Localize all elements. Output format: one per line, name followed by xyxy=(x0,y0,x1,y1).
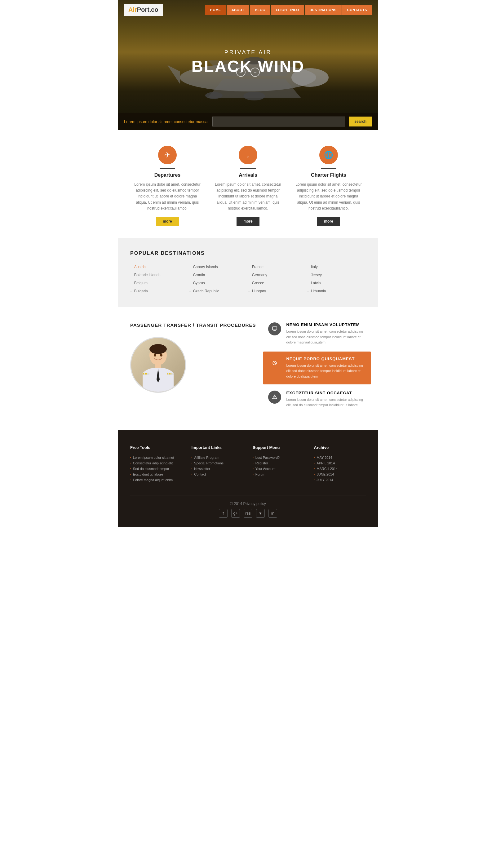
footer-bottom: © 2014 Privacy policy f g+ rss ♥ in xyxy=(130,495,366,518)
list-item[interactable]: Italy xyxy=(307,264,366,270)
search-button[interactable]: search xyxy=(349,117,372,126)
list-item[interactable]: Bulgaria xyxy=(130,288,189,294)
social-rss[interactable]: rss xyxy=(244,509,252,518)
list-item[interactable]: Newsletter xyxy=(191,466,244,471)
list-item[interactable]: APRIL 2014 xyxy=(314,460,366,466)
charter-title: Charter Flights xyxy=(294,172,363,178)
departures-title: Departures xyxy=(133,172,202,178)
list-item[interactable]: Consectetur adipiscing elit xyxy=(130,460,182,466)
transit-right-panel: NEMO ENIM IPSAM VOLUPTATEM Lorem ipsum d… xyxy=(268,322,366,414)
list-item[interactable]: MAY 2014 xyxy=(314,455,366,460)
svg-rect-18 xyxy=(169,373,170,374)
svg-marker-2 xyxy=(167,65,180,84)
copyright-text: © 2014 Privacy policy xyxy=(130,501,366,506)
search-label: Lorem ipsum dolor sit amet consectetur m… xyxy=(124,119,208,124)
destinations-title: POPULAR DESTINATIONS xyxy=(130,250,366,256)
nav-about[interactable]: ABOUT xyxy=(227,5,250,15)
list-item[interactable]: Hungary xyxy=(248,288,307,294)
list-item[interactable]: Cyprus xyxy=(189,280,248,286)
svg-rect-19 xyxy=(170,373,171,374)
social-facebook[interactable]: f xyxy=(219,509,228,518)
list-item[interactable]: Contact xyxy=(191,471,244,477)
list-item[interactable]: Jersey xyxy=(307,272,366,278)
transit-item-title-3: EXCEPTEUR SINT OCCAECAT xyxy=(286,391,366,395)
list-item[interactable]: Greece xyxy=(248,280,307,286)
nav-home[interactable]: HOME xyxy=(205,5,226,15)
svg-point-5 xyxy=(243,92,265,100)
list-item[interactable]: France xyxy=(248,264,307,270)
hero-next-btn[interactable]: → xyxy=(250,67,260,77)
list-item[interactable]: Eolore magna alquet enim xyxy=(130,477,182,483)
departures-divider xyxy=(160,168,175,169)
transit-icon-svg-1 xyxy=(272,326,277,332)
footer-inner: Free Tools Lorem ipsum dolor sit amet Co… xyxy=(130,445,366,518)
nav-contacts[interactable]: CONTACTS xyxy=(342,5,372,15)
footer-important-links-list: Affiliate Program Special Promotions New… xyxy=(191,455,244,477)
list-item[interactable]: Affiliate Program xyxy=(191,455,244,460)
list-item[interactable]: Czech Republic xyxy=(189,288,248,294)
list-item[interactable]: Lost Password? xyxy=(253,455,305,460)
hero-nav-arrows: ← → xyxy=(236,67,260,77)
social-links: f g+ rss ♥ in xyxy=(130,509,366,518)
arrivals-more-btn[interactable]: more xyxy=(236,217,259,226)
nav-destinations[interactable]: DESTINATIONS xyxy=(305,5,342,15)
list-item[interactable]: Sed do eiusmod tempor xyxy=(130,466,182,471)
list-item[interactable]: Balearic Islands xyxy=(130,272,189,278)
social-google[interactable]: g+ xyxy=(231,509,240,518)
svg-point-9 xyxy=(150,344,167,354)
list-item[interactable]: Lithuania xyxy=(307,288,366,294)
transit-left-panel: PASSENGER TRANSFER / TRANSIT PROCEDURES xyxy=(130,322,256,393)
transit-item-content-1: NEMO ENIM IPSAM VOLUPTATEM Lorem ipsum d… xyxy=(286,322,366,345)
footer-section: Free Tools Lorem ipsum dolor sit amet Co… xyxy=(118,430,378,527)
charter-more-btn[interactable]: more xyxy=(317,217,340,226)
footer-grid: Free Tools Lorem ipsum dolor sit amet Co… xyxy=(130,445,366,483)
destinations-section: POPULAR DESTINATIONS Austria Canary Isla… xyxy=(118,238,378,307)
list-item[interactable]: Special Promotions xyxy=(191,460,244,466)
list-item[interactable]: Your Account xyxy=(253,466,305,471)
list-item[interactable]: Lorem ipsum dolor sit amet xyxy=(130,455,182,460)
service-departures: ✈ Departures Lorem ipsum dolor sit amet,… xyxy=(133,146,202,226)
hero-prev-btn[interactable]: ← xyxy=(236,67,246,77)
list-item[interactable]: Register xyxy=(253,460,305,466)
destinations-grid: Austria Canary Islands France Italy Bale… xyxy=(130,264,366,294)
departures-more-btn[interactable]: more xyxy=(156,217,179,226)
footer-important-links-title: Important Links xyxy=(191,445,244,450)
list-item[interactable]: Austria xyxy=(130,264,189,270)
list-item[interactable]: Canary Islands xyxy=(189,264,248,270)
svg-rect-17 xyxy=(167,373,168,374)
transit-icon-2 xyxy=(268,356,281,370)
service-charter: 🌐 Charter Flights Lorem ipsum dolor sit … xyxy=(294,146,363,226)
list-item[interactable]: Croatia xyxy=(189,272,248,278)
arrivals-divider xyxy=(240,168,256,169)
charter-icon: 🌐 xyxy=(319,146,338,164)
arrivals-icon: ↓ xyxy=(239,146,257,164)
logo-air: Air xyxy=(128,6,137,13)
svg-rect-15 xyxy=(145,373,146,374)
social-linkedin[interactable]: in xyxy=(268,509,277,518)
transit-item-text-3: Lorem ipsum dolor sit amet, consectetur … xyxy=(286,397,366,408)
transit-section-title: PASSENGER TRANSFER / TRANSIT PROCEDURES xyxy=(130,322,256,328)
transit-section: PASSENGER TRANSFER / TRANSIT PROCEDURES xyxy=(118,307,378,430)
svg-rect-16 xyxy=(146,373,147,374)
list-item[interactable]: MARCH 2014 xyxy=(314,466,366,471)
transit-item-title-1: NEMO ENIM IPSAM VOLUPTATEM xyxy=(286,322,366,327)
list-item[interactable]: Eos:cidunt ut labore xyxy=(130,471,182,477)
search-input[interactable] xyxy=(212,117,345,126)
transit-icon-svg-2 xyxy=(272,360,277,366)
social-pinterest[interactable]: ♥ xyxy=(256,509,265,518)
list-item[interactable]: Latvia xyxy=(307,280,366,286)
nav-blog[interactable]: BLOG xyxy=(250,5,270,15)
list-item[interactable]: Belgium xyxy=(130,280,189,286)
footer-free-tools-list: Lorem ipsum dolor sit amet Consectetur a… xyxy=(130,455,182,483)
transit-item-1: NEMO ENIM IPSAM VOLUPTATEM Lorem ipsum d… xyxy=(268,322,366,345)
list-item[interactable]: Germany xyxy=(248,272,307,278)
list-item[interactable]: Forum xyxy=(253,471,305,477)
nav-flight-info[interactable]: FLIGHT INFO xyxy=(271,5,304,15)
list-item[interactable]: JULY 2014 xyxy=(314,477,366,483)
departures-text: Lorem ipsum dolor sit amet, consectetur … xyxy=(133,182,202,212)
charter-text: Lorem ipsum dolor sit amet, consectetur … xyxy=(294,182,363,212)
list-item[interactable]: JUNE 2014 xyxy=(314,471,366,477)
svg-point-6 xyxy=(205,92,222,99)
transit-item-2: NEQUE PORRO QUISQUAMEST Lorem ipsum dolo… xyxy=(263,352,371,384)
svg-point-21 xyxy=(160,354,162,356)
